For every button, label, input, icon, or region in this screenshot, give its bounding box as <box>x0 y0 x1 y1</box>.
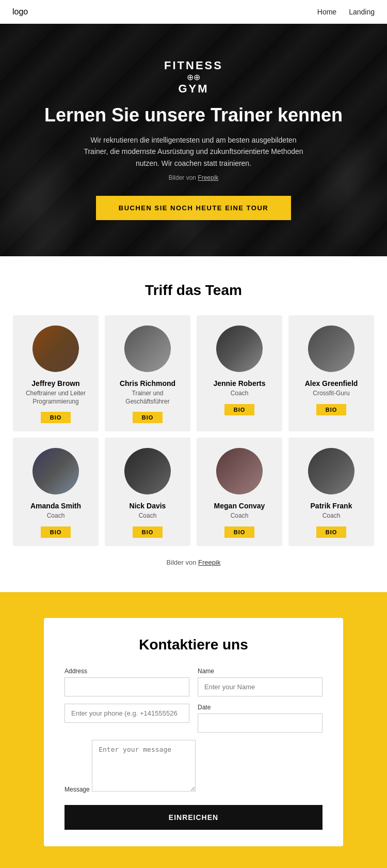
date-label: Date <box>198 704 322 711</box>
team-grid: Jeffrey Brown Cheftrainer und Leiter Pro… <box>13 315 374 546</box>
contact-card: Kontaktiere uns Address Name Date Messag… <box>44 618 343 846</box>
member-role: Coach <box>322 512 341 520</box>
bio-button[interactable]: BIO <box>224 404 255 415</box>
team-card: Nick Davis Coach BIO <box>105 438 190 546</box>
message-field-group: Message <box>64 740 322 794</box>
avatar-image <box>216 448 263 494</box>
avatar <box>33 448 79 494</box>
member-role: Coach <box>139 512 157 520</box>
team-card: Jeffrey Brown Cheftrainer und Leiter Pro… <box>13 315 99 431</box>
avatar <box>308 326 354 372</box>
form-row-address-name: Address Name <box>64 668 322 696</box>
message-textarea[interactable] <box>92 740 196 792</box>
avatar <box>308 448 354 494</box>
avatar-image <box>33 326 79 372</box>
team-card: Megan Convay Coach BIO <box>197 438 282 546</box>
team-card: Patrik Frank Coach BIO <box>288 438 374 546</box>
member-name: Alex Greenfield <box>305 379 358 388</box>
avatar-image <box>216 326 263 372</box>
contact-section: Kontaktiere uns Address Name Date Messag… <box>0 592 387 868</box>
team-title: Triff das Team <box>12 282 375 299</box>
nav-links: Home Landing <box>317 8 375 16</box>
member-role: Coach <box>231 390 249 398</box>
member-role: Trainer und Geschäftsführer <box>111 390 184 406</box>
avatar <box>216 326 263 372</box>
bio-button[interactable]: BIO <box>316 404 347 415</box>
bio-button[interactable]: BIO <box>316 526 347 538</box>
avatar <box>124 448 171 494</box>
bio-button[interactable]: BIO <box>224 526 255 538</box>
name-label: Name <box>198 668 322 675</box>
member-name: Chris Richmond <box>120 379 175 388</box>
address-input[interactable] <box>64 677 189 696</box>
date-field-col: Date <box>198 704 322 733</box>
team-credit-link[interactable]: Freepik <box>198 559 220 566</box>
member-role: Coach <box>47 512 65 520</box>
bio-button[interactable]: BIO <box>41 412 71 423</box>
avatar <box>216 448 263 494</box>
navbar: logo Home Landing <box>0 0 387 24</box>
date-input[interactable] <box>198 714 322 733</box>
team-card: Amanda Smith Coach BIO <box>13 438 99 546</box>
member-name: Patrik Frank <box>311 502 352 510</box>
phone-input[interactable] <box>64 704 189 723</box>
team-credit-prefix: Bilder von <box>167 559 198 566</box>
nav-link-home[interactable]: Home <box>317 8 336 16</box>
message-label: Message <box>64 786 90 793</box>
avatar <box>124 326 171 372</box>
avatar-image <box>124 326 171 372</box>
member-name: Jeffrey Brown <box>31 379 79 388</box>
address-label: Address <box>64 668 189 675</box>
phone-field-col <box>64 704 189 733</box>
member-name: Megan Convay <box>214 502 265 510</box>
avatar-image <box>308 326 354 372</box>
team-credit: Bilder von Freepik <box>12 559 375 566</box>
avatar-image <box>33 448 79 494</box>
submit-button[interactable]: EINREICHEN <box>64 805 322 830</box>
name-input[interactable] <box>198 677 322 696</box>
name-field-col: Name <box>198 668 322 696</box>
address-field-col: Address <box>64 668 189 696</box>
member-role: Coach <box>231 512 249 520</box>
bio-button[interactable]: BIO <box>41 526 71 538</box>
form-row-phone-date: Date <box>64 704 322 733</box>
avatar-image <box>308 448 354 494</box>
member-role: Cheftrainer und Leiter Programmierung <box>19 390 92 406</box>
avatar <box>33 326 79 372</box>
avatar-image <box>124 448 171 494</box>
team-section: Triff das Team Jeffrey Brown Cheftrainer… <box>0 256 387 577</box>
member-role: Crossfit-Guru <box>313 390 349 398</box>
team-card: Alex Greenfield Crossfit-Guru BIO <box>288 315 374 431</box>
team-card: Chris Richmond Trainer und Geschäftsführ… <box>105 315 190 431</box>
bio-button[interactable]: BIO <box>133 412 163 423</box>
team-card: Jennie Roberts Coach BIO <box>197 315 282 431</box>
hero-section: FITNESS ⊕⊕ GYM Lernen Sie unsere Trainer… <box>0 24 387 256</box>
hero-background <box>0 24 387 256</box>
member-name: Amanda Smith <box>30 502 81 510</box>
nav-link-landing[interactable]: Landing <box>349 8 375 16</box>
member-name: Jennie Roberts <box>213 379 265 388</box>
bio-button[interactable]: BIO <box>133 526 163 538</box>
nav-logo: logo <box>12 7 28 17</box>
member-name: Nick Davis <box>130 502 166 510</box>
contact-title: Kontaktiere uns <box>64 637 322 653</box>
